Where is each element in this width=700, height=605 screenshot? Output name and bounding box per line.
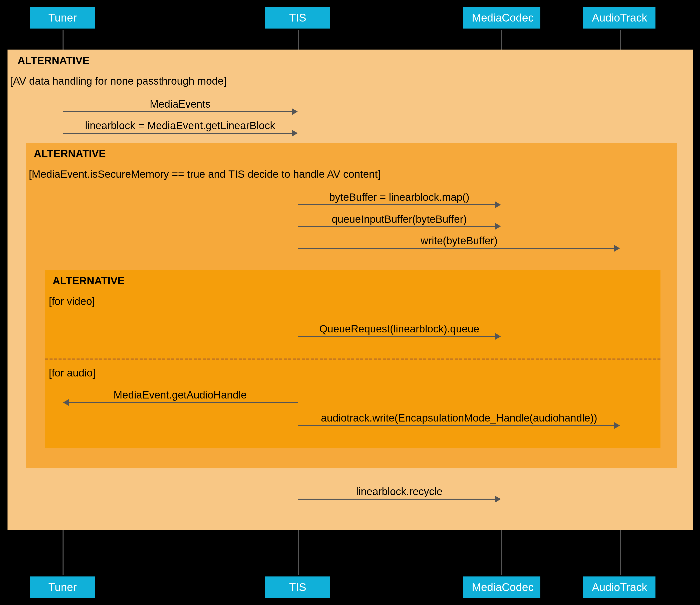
alt-cond-video: [for video]: [49, 295, 95, 307]
alt-cond-middle: [MediaEvent.isSecureMemory == true and T…: [29, 168, 380, 180]
arrow-atwrite: [614, 422, 620, 429]
msg-label-getaudiohandle: MediaEvent.getAudioHandle: [114, 389, 247, 401]
msg-label-atwrite: audiotrack.write(EncapsulationMode_Handl…: [321, 412, 597, 424]
alt-separator: [45, 359, 660, 360]
msg-label-queueinput: queueInputBuffer(byteBuffer): [332, 213, 467, 225]
actor-mediacodec-top: MediaCodec: [463, 7, 541, 28]
alt-label-middle: ALTERNATIVE: [34, 148, 106, 160]
arrow-getaudiohandle: [63, 399, 69, 406]
msg-label-recycle: linearblock.recycle: [356, 486, 442, 498]
msg-label-map: byteBuffer = linearblock.map(): [329, 191, 470, 203]
arrow-map: [495, 201, 501, 208]
actor-tuner-top: Tuner: [30, 7, 95, 28]
actor-audiotrack-bottom: AudioTrack: [583, 577, 655, 598]
msg-label-getlinearblock: linearblock = MediaEvent.getLinearBlock: [85, 120, 275, 132]
msg-getaudiohandle: [69, 402, 298, 403]
alt-label-outer: ALTERNATIVE: [18, 54, 90, 67]
alt-cond-audio: [for audio]: [49, 367, 96, 379]
msg-map: [298, 204, 496, 205]
msg-getlinearblock: [63, 133, 293, 134]
arrow-recycle: [495, 495, 501, 503]
msg-queuerequest: [298, 336, 496, 337]
actor-mediacodec-bottom: MediaCodec: [463, 577, 541, 598]
msg-recycle: [298, 499, 496, 500]
arrow-queuerequest: [495, 333, 501, 340]
alt-label-inner: ALTERNATIVE: [53, 275, 125, 287]
arrow-write: [614, 245, 620, 252]
arrow-getlinearblock: [292, 130, 298, 137]
actor-tuner-bottom: Tuner: [30, 577, 95, 598]
msg-label-queuerequest: QueueRequest(linearblock).queue: [319, 323, 479, 335]
msg-mediaevents: [63, 111, 293, 112]
msg-atwrite: [298, 425, 615, 426]
arrow-mediaevents: [292, 108, 298, 115]
arrow-queueinput: [495, 223, 501, 230]
msg-label-mediaevents: MediaEvents: [150, 98, 211, 110]
actor-audiotrack-top: AudioTrack: [583, 7, 655, 28]
alt-cond-outer: [AV data handling for none passthrough m…: [10, 75, 227, 87]
actor-tis-top: TIS: [265, 7, 330, 28]
actor-tis-bottom: TIS: [265, 577, 330, 598]
msg-label-write: write(byteBuffer): [421, 235, 497, 247]
msg-write: [298, 248, 615, 249]
msg-queueinput: [298, 226, 496, 227]
